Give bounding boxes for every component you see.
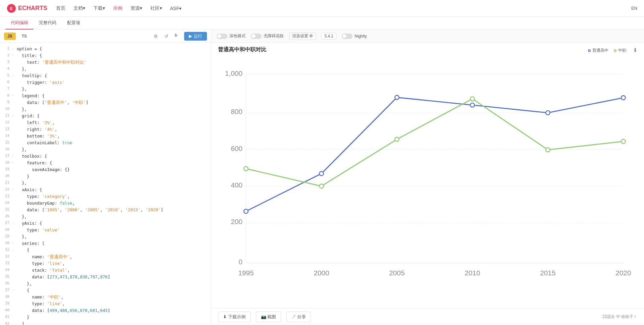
line-toggle [12, 146, 17, 153]
svg-text:400: 400 [231, 181, 243, 189]
nav-community[interactable]: 社区▾ [150, 4, 163, 13]
logo[interactable]: E ECHARTS [7, 4, 47, 13]
nav-asf[interactable]: ASF▾ [169, 4, 182, 12]
svg-text:600: 600 [231, 145, 243, 152]
legend-dot-1 [588, 49, 591, 52]
nightly-toggle-knob [342, 34, 346, 38]
code-line: 32 name: '普通高中', [0, 254, 211, 260]
line-toggle[interactable]: - [12, 240, 17, 247]
run-icon: ▶ [189, 34, 192, 39]
line-content: feature: { [17, 160, 52, 166]
reset-icon[interactable]: ↺ [163, 33, 170, 40]
share-btn[interactable]: ↗ 分享 [286, 312, 311, 322]
render-settings-btn[interactable]: 渲染设置 ⚙ [289, 32, 316, 40]
svg-point-27 [470, 103, 475, 107]
line-number: 35 [3, 274, 12, 280]
subnav-code-edit[interactable]: 代码编辑 [5, 17, 34, 30]
line-content: saveAsImage: {} [17, 166, 70, 173]
line-content: boundaryGap: false, [17, 200, 75, 207]
line-toggle [12, 79, 17, 86]
line-number: 13 [3, 126, 12, 133]
line-number: 30 [3, 240, 12, 247]
dark-mode-label: 深色模式 [229, 33, 246, 39]
line-number: 4 [3, 66, 12, 72]
line-number: 21 [3, 180, 12, 186]
line-toggle [12, 227, 17, 233]
code-line: 14 bottom: '3%', [0, 133, 211, 140]
line-toggle[interactable]: - [12, 160, 17, 166]
lang-tab-js[interactable]: JS [4, 33, 16, 40]
version-selector[interactable]: 5.4.1 [321, 33, 336, 40]
chart-legend: 普通高中 中职 [588, 48, 626, 53]
code-line: 28 type: 'value' [0, 227, 211, 233]
line-content: xAxis: { [17, 186, 42, 193]
line-toggle[interactable]: - [12, 220, 17, 227]
line-content: containLabel: true [17, 140, 72, 146]
nav-examples[interactable]: 示例 [112, 4, 123, 13]
code-line: 3 text: '普通高中和中职对比' [0, 59, 211, 66]
code-line: 5- tooltip: { [0, 72, 211, 79]
line-content: }, [17, 106, 27, 113]
code-line: 25 data: ['1995', '2000', '2005', '2010'… [0, 207, 211, 213]
line-number: 25 [3, 207, 12, 213]
line-content: type: 'category', [17, 193, 70, 200]
code-line: 7 }, [0, 86, 211, 93]
line-content: left: '3%', [17, 119, 55, 126]
code-line: 26 }, [0, 213, 211, 220]
line-toggle[interactable]: - [12, 113, 17, 119]
line-toggle [12, 86, 17, 93]
accessible-label: 无障碍花纹 [264, 33, 284, 39]
nav-lang[interactable]: EN [631, 6, 637, 11]
line-toggle [12, 59, 17, 66]
line-number: 33 [3, 260, 12, 267]
line-number: 19 [3, 166, 12, 173]
line-number: 6 [3, 79, 12, 86]
chart-download-icon[interactable]: ⬇ [633, 47, 637, 53]
code-line: 6 trigger: 'axis' [0, 79, 211, 86]
code-line: 20 } [0, 173, 211, 180]
subnav-full-code[interactable]: 完整代码 [34, 17, 62, 30]
accessible-toggle[interactable] [251, 34, 262, 39]
line-content: type: 'value' [17, 227, 60, 233]
line-number: 39 [3, 301, 12, 307]
line-content: }, [17, 180, 27, 186]
nav-resources[interactable]: 资源▾ [130, 4, 143, 13]
expand-icon[interactable] [173, 33, 181, 40]
settings-icon[interactable]: ⚙ [152, 33, 159, 40]
nav-docs[interactable]: 文档▾ [73, 4, 86, 13]
line-toggle [12, 294, 17, 301]
nightly-toggle[interactable] [342, 34, 353, 39]
line-toggle [12, 173, 17, 180]
line-toggle[interactable]: - [12, 186, 17, 193]
svg-point-33 [470, 97, 475, 101]
line-toggle[interactable]: - [12, 52, 17, 59]
line-content: }, [17, 146, 27, 153]
code-editor[interactable]: 1-option = {2- title: {3 text: '普通高中和中职对… [0, 43, 211, 325]
line-number: 27 [3, 220, 12, 227]
logo-text: ECHARTS [18, 5, 47, 12]
line-content: } [17, 173, 30, 180]
lang-tab-ts[interactable]: TS [18, 33, 30, 40]
line-content: }, [17, 66, 27, 72]
run-button[interactable]: ▶ 运行 [184, 32, 207, 41]
line-number: 5 [3, 72, 12, 79]
screenshot-btn[interactable]: 📷 截图 [256, 312, 281, 322]
svg-point-25 [319, 171, 324, 176]
nav-home[interactable]: 首页 [55, 4, 66, 13]
subnav-config[interactable]: 配置项 [62, 17, 86, 30]
line-content: right: '4%', [17, 126, 57, 133]
code-line: 9 data: ['普通高中', '中职'] [0, 99, 211, 106]
line-toggle[interactable]: - [12, 72, 17, 79]
line-toggle[interactable]: - [12, 46, 17, 52]
line-toggle [12, 301, 17, 307]
line-toggle[interactable]: - [12, 153, 17, 160]
nav-download[interactable]: 下载▾ [93, 4, 106, 13]
dark-mode-toggle[interactable] [217, 34, 227, 39]
line-number: 1 [3, 46, 12, 52]
code-line: 4 }, [0, 66, 211, 72]
line-toggle[interactable]: - [12, 93, 17, 99]
download-example-btn[interactable]: ⬇ 下载示例 [218, 312, 251, 322]
line-toggle[interactable]: - [12, 247, 17, 254]
line-toggle [12, 207, 17, 213]
line-toggle[interactable]: - [12, 287, 17, 294]
